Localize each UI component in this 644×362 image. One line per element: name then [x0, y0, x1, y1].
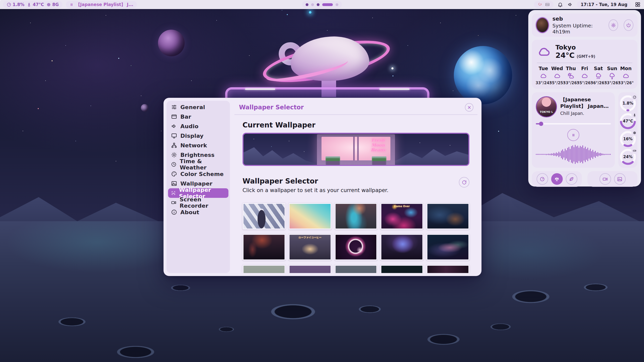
- system-stats-pill[interactable]: 1.8% 47°C 8G: [3, 1, 62, 8]
- sidebar-item-bar[interactable]: Bar: [168, 112, 228, 121]
- forecast-thu: Thu33°/26°: [564, 66, 577, 85]
- waveform-bar: [597, 152, 598, 157]
- waveform-bar: [610, 154, 611, 155]
- media-pill[interactable]: 【Japanese Playlist】 J...: [66, 1, 137, 8]
- waveform-bar: [556, 152, 557, 156]
- waveform-bar: [561, 151, 562, 158]
- notifications-button[interactable]: [557, 1, 564, 8]
- workspace-3[interactable]: [317, 3, 319, 6]
- sidebar-item-label: Brightness: [180, 152, 215, 158]
- sidebar-item-display[interactable]: Display: [168, 131, 228, 141]
- slider-thumb[interactable]: [539, 122, 543, 126]
- selector-heading: Wallpaper Selector: [243, 177, 388, 185]
- divider: [537, 63, 632, 63]
- sidebar-item-network[interactable]: Network: [168, 141, 228, 150]
- profile-power-saver-button[interactable]: [566, 173, 577, 185]
- wallpaper-thumb-plum-dusk[interactable]: [426, 265, 469, 273]
- wallpaper-button[interactable]: [614, 173, 626, 185]
- refresh-button[interactable]: [459, 177, 469, 188]
- media-title: 【Japanese Playlist】 Japan All Night - To…: [560, 96, 611, 109]
- waveform-bar: [590, 149, 591, 160]
- wallpaper-thumb-anime-street[interactable]: [243, 203, 286, 230]
- user-name: seb: [552, 16, 601, 22]
- stat-ring-disk: 24%: [620, 149, 636, 165]
- waveform-bar: [577, 146, 578, 163]
- waveform-bar: [609, 154, 610, 155]
- album-art-text: TOKYO L: [537, 110, 556, 114]
- wallpaper-thumb-deep-teal[interactable]: [380, 265, 423, 273]
- power-button[interactable]: [624, 19, 633, 31]
- close-button[interactable]: [465, 103, 473, 112]
- cpu-usage: 1.8%: [7, 2, 24, 7]
- workspace-2[interactable]: [311, 3, 314, 6]
- waveform-bar: [538, 154, 539, 155]
- wallpaper-thumb-ember-woods[interactable]: [243, 234, 286, 260]
- wallpaper-thumb-night-forest[interactable]: [426, 203, 469, 230]
- wallpaper-thumb-pastel-gradient[interactable]: [289, 203, 332, 230]
- screen-recorder-button[interactable]: [599, 173, 611, 185]
- media-progress-slider[interactable]: [536, 121, 611, 126]
- wallpaper-thumb-autumn-grove[interactable]: [289, 265, 332, 273]
- profile-balanced-button[interactable]: [551, 173, 563, 185]
- waveform-bar: [605, 154, 606, 155]
- tray-image-icon[interactable]: [545, 2, 550, 7]
- profile-performance-button[interactable]: [537, 173, 548, 185]
- sidebar-item-color-scheme[interactable]: Color Scheme: [168, 169, 228, 179]
- preview-planter: [326, 156, 340, 165]
- wallpaper-thumb-neon-eclipse[interactable]: [335, 234, 378, 260]
- wallpaper-thumb-abstract-blur[interactable]: [335, 203, 378, 230]
- sidebar-item-screen-recorder[interactable]: Screen Recorder: [168, 198, 228, 207]
- waveform-bar: [586, 149, 587, 160]
- media-pill-label: 【Japanese Playlist】 J...: [76, 2, 133, 8]
- clock[interactable]: 17:17 - Tue, 19 Aug: [577, 1, 631, 8]
- sidebar-item-time-weather[interactable]: Time & Weather: [168, 160, 228, 169]
- forecast-temps: 35°/25°: [549, 81, 565, 85]
- wallpaper-thumb-slate[interactable]: [335, 265, 378, 273]
- waveform-bar: [565, 149, 566, 160]
- quick-actions-card: [587, 171, 637, 187]
- small-moon: [141, 104, 148, 112]
- volume-button[interactable]: [567, 1, 574, 8]
- waveform-bar: [591, 151, 592, 158]
- forecast-mon: Mon33°/26°: [619, 66, 632, 85]
- thumb-sign-text: Game Over: [381, 205, 422, 208]
- gauge-icon: [7, 2, 11, 7]
- window-title: Wallpaper Selector: [239, 104, 304, 111]
- waveform-bar: [540, 154, 540, 155]
- waveform-bar: [585, 147, 586, 162]
- cloud-icon: [540, 72, 547, 80]
- sidebar-item-label: Bar: [180, 114, 191, 120]
- preview-neon-sign: Fresh Moon Beans: [368, 138, 388, 153]
- waveform-bar: [602, 154, 603, 155]
- sidebar-item-general[interactable]: General: [168, 102, 228, 112]
- scales-icon: [554, 176, 559, 182]
- waveform-bar: [584, 148, 584, 161]
- sidebar-item-audio[interactable]: Audio: [168, 121, 228, 131]
- waveform-bar: [596, 153, 597, 156]
- wallpaper-thumb-particle-wave[interactable]: [426, 234, 469, 260]
- image-icon: [171, 180, 177, 187]
- wallpaper-thumb-lofi-coffee-shop[interactable]: ローファイコーヒー: [289, 234, 332, 260]
- tray-app-icon[interactable]: [538, 2, 543, 7]
- brightness-icon: [171, 152, 177, 158]
- forecast-sat: Sat36°/26°: [592, 66, 605, 85]
- system-tray[interactable]: [534, 1, 553, 8]
- waveform-bar: [601, 153, 602, 155]
- waveform-bar: [558, 152, 559, 157]
- close-icon: [467, 106, 471, 109]
- wallpaper-thumb-nebula-forest[interactable]: [380, 234, 423, 260]
- cloud-icon: [537, 44, 551, 59]
- waveform-bar: [557, 153, 558, 156]
- pause-button[interactable]: [567, 129, 579, 141]
- cloud-icon: [581, 72, 588, 80]
- settings-button[interactable]: [609, 19, 618, 31]
- workspace-1[interactable]: [306, 3, 308, 6]
- workspace-5[interactable]: [336, 3, 338, 6]
- gear-icon: [611, 23, 616, 28]
- weather-card: Tokyo 24°C (GMT+9) Tue33°/24°Wed35°/25°T…: [532, 40, 637, 89]
- forecast-day: Wed: [551, 66, 563, 71]
- workspace-4-active[interactable]: [322, 3, 333, 6]
- wallpaper-thumb-misty-grey[interactable]: [243, 265, 286, 273]
- dashboard-toggle-button[interactable]: [634, 1, 641, 8]
- wallpaper-thumb-neon-arcade[interactable]: Game Over: [380, 203, 423, 230]
